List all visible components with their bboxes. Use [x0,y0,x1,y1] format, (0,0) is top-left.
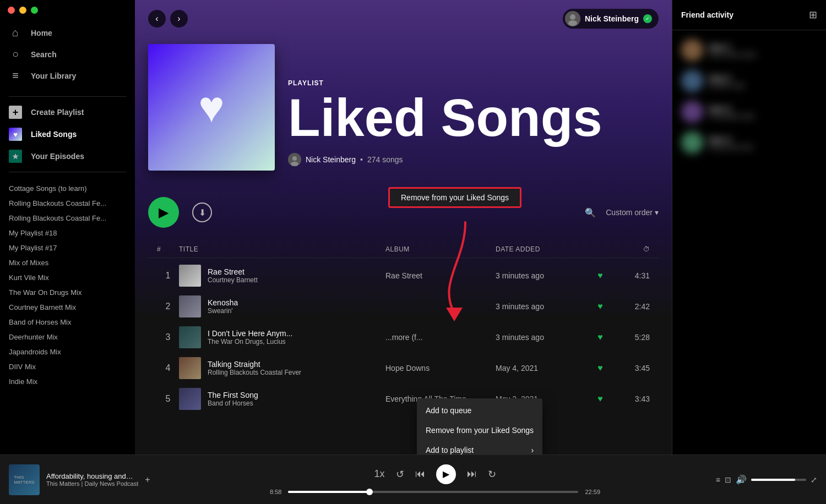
friend-track-4: Song name here [709,144,817,150]
track-heart-4: ♥ [584,363,617,373]
friend-avatar-1 [681,39,703,61]
track-heart-3: ♥ [584,332,617,342]
playlist-item-4[interactable]: My Playlist #17 [0,240,135,255]
back-button[interactable]: ‹ [148,10,166,28]
traffic-lights [8,7,38,14]
right-panel-close-button[interactable]: ⊞ [809,9,817,21]
close-traffic-light[interactable] [8,7,15,14]
playlist-item-7[interactable]: The War On Drugs Mix [0,285,135,300]
track-info-5: The First Song Band of Horses [179,388,385,410]
context-menu: Add to queue Remove from your Liked Song… [417,398,542,454]
playlist-item-6[interactable]: Kurt Vile Mix [0,270,135,285]
forward-button[interactable]: › [170,10,188,28]
remove-from-liked-highlight[interactable]: Remove from your Liked Songs [388,187,521,208]
add-to-library-button[interactable]: + [145,475,150,485]
track-num-1: 1 [157,271,179,281]
volume-bar[interactable] [751,479,806,481]
track-info-2: Kenosha Swearin' [179,295,385,317]
svg-point-1 [570,14,575,20]
track-search-button[interactable]: 🔍 [582,204,599,221]
fullscreen-traffic-light[interactable] [31,7,38,14]
playlist-info: PLAYLIST Liked Songs Nick Steinberg • [288,79,602,171]
play-pause-button[interactable]: ▶ [436,464,456,484]
main-content: ‹ › Nick Steinberg ✓ ♥ [135,0,672,454]
friend-item-2: User 2 Another track [681,70,817,92]
custom-order-chevron: ▾ [655,208,659,217]
svg-point-4 [292,156,297,161]
table-row[interactable]: 1 Rae Street Courtney Barnett Rae Street… [148,260,659,291]
next-button[interactable]: ⏭ [467,468,477,480]
playlist-item-9[interactable]: Band of Horses Mix [0,315,135,330]
playlist-title: Liked Songs [288,91,602,144]
context-item-add-playlist-label: Add to playlist [426,446,474,454]
playlist-area: ♥ PLAYLIST Liked Songs Nick Stei [135,0,672,454]
friend-avatar-4 [681,132,703,154]
track-duration-4: 3:45 [617,364,650,372]
playlist-item-2[interactable]: Rolling Blackouts Coastal Fe... [0,211,135,226]
playlist-item-10[interactable]: Deerhunter Mix [0,330,135,344]
table-row[interactable]: 3 I Don't Live Here Anym... The War On D… [148,322,659,353]
col-header-date: DATE ADDED [496,245,584,253]
playlist-item-1[interactable]: Rolling Blackouts Coastal Fe... [0,196,135,211]
friend-item-4: User 4 Song name here [681,132,817,154]
track-name-5: The First Song [208,391,258,399]
now-playing-info: Affordability, housing and recovery: wha… [46,472,138,487]
table-row[interactable]: 5 The First Song Band of Horses Everythi… [148,384,659,414]
playlist-item-0[interactable]: Cottage Songs (to learn) [0,181,135,196]
now-playing-title: Affordability, housing and recovery: wha… [46,472,134,480]
sidebar-item-your-episodes[interactable]: ★ Your Episodes [0,145,135,167]
volume-icon[interactable]: 🔊 [736,474,747,485]
playlist-item-11[interactable]: Japandroids Mix [0,344,135,359]
library-icon: ≡ [9,69,22,82]
track-num-4: 4 [157,363,179,373]
minimize-traffic-light[interactable] [19,7,26,14]
progress-dot [366,489,373,495]
volume-fill [751,479,795,481]
context-item-remove-liked[interactable]: Remove from your Liked Songs [417,420,542,440]
bottom-player: THISMATTERS Affordability, housing and r… [0,454,826,504]
devices-button[interactable]: ⊡ [725,475,731,484]
context-item-add-queue[interactable]: Add to queue [417,401,542,420]
friend-avatar-2 [681,70,703,92]
sidebar-item-search[interactable]: ○ Search [0,43,135,65]
track-date-3: 3 minutes ago [496,333,584,342]
play-button[interactable]: ▶ [148,197,179,228]
playlist-item-3[interactable]: My Playlist #18 [0,226,135,240]
track-artist-1: Courtney Barnett [208,276,258,284]
forward-button-player[interactable]: ↻ [488,468,496,480]
custom-order-button[interactable]: Custom order ▾ [606,208,659,217]
replay-button[interactable]: ↺ [396,468,404,480]
create-playlist-label: Create Playlist [31,108,84,117]
progress-bar[interactable] [288,491,578,493]
now-playing-thumb: THISMATTERS [9,464,40,495]
playlist-item-13[interactable]: Indie Mix [0,374,135,389]
right-panel: Friend activity ⊞ User 1 Some track name… [672,0,826,454]
playlist-item-8[interactable]: Courtney Barnett Mix [0,300,135,315]
download-button[interactable]: ⬇ [192,202,212,222]
sidebar-item-home[interactable]: ⌂ Home [0,22,135,43]
context-item-add-playlist[interactable]: Add to playlist › [417,440,542,454]
col-header-num: # [157,245,179,253]
track-text-4: Talking Straight Rolling Blackouts Coast… [208,360,301,376]
sidebar-item-liked-songs[interactable]: ♥ Liked Songs [0,123,135,145]
playlist-item-12[interactable]: DIIV Mix [0,359,135,374]
track-album-3: ...more (f... [385,333,496,342]
table-row[interactable]: 4 Talking Straight Rolling Blackouts Coa… [148,353,659,384]
speed-button[interactable]: 1x [374,468,384,480]
sidebar-item-library[interactable]: ≡ Your Library [0,65,135,86]
track-text-5: The First Song Band of Horses [208,391,258,407]
friend-name-4: User 4 [709,135,817,144]
previous-button[interactable]: ⏮ [415,468,425,480]
table-row[interactable]: 2 Kenosha Swearin' 3 minutes ago ♥ 2:42 [148,291,659,322]
nav-buttons: ‹ › [148,10,188,28]
friend-info-4: User 4 Song name here [709,135,817,150]
progress-fill [288,491,369,493]
user-menu[interactable]: Nick Steinberg ✓ [563,9,659,29]
sidebar-item-create-playlist[interactable]: + Create Playlist [0,101,135,123]
sidebar-label-home: Home [31,29,52,37]
search-icon: ○ [9,48,22,61]
friend-track-2: Another track [709,82,817,89]
playlist-item-5[interactable]: Mix of Mixes [0,255,135,270]
queue-button[interactable]: ≡ [716,475,720,484]
fullscreen-button[interactable]: ⤢ [811,475,817,484]
